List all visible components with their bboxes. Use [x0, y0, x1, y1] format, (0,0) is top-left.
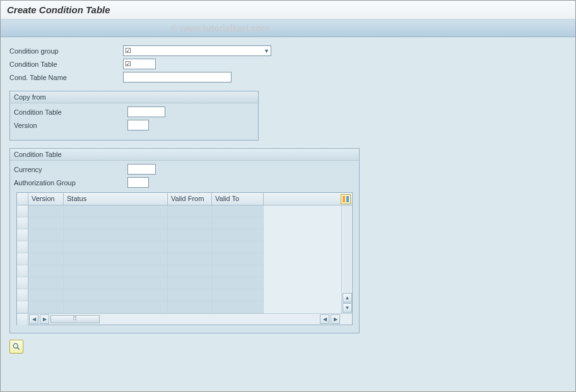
- grid-configure-button[interactable]: [341, 194, 351, 204]
- row-selector[interactable]: [17, 289, 28, 301]
- copyfrom-version-row: Version: [14, 119, 254, 131]
- copyfrom-version-input[interactable]: [127, 120, 149, 130]
- cell-valid-to[interactable]: [212, 277, 264, 289]
- column-header-valid-to[interactable]: Valid To: [212, 193, 264, 205]
- copyfrom-condition-table-row: Condition Table: [14, 106, 254, 118]
- cell-valid-from[interactable]: [168, 217, 212, 229]
- cell-valid-to[interactable]: [212, 217, 264, 229]
- cell-status[interactable]: [64, 217, 168, 229]
- scroll-left-button[interactable]: ◀: [29, 314, 38, 324]
- scroll-down-button[interactable]: ▼: [343, 303, 352, 313]
- cell-status[interactable]: [64, 277, 168, 289]
- cell-valid-from[interactable]: [168, 241, 212, 253]
- row-selector[interactable]: [17, 217, 28, 229]
- cell-valid-to[interactable]: [212, 229, 264, 241]
- hscroll-corner: [17, 314, 28, 325]
- scroll-left-step-button[interactable]: ▶: [40, 314, 49, 324]
- svg-line-1: [17, 347, 20, 350]
- grid-header-row: Version Status Valid From Valid To: [17, 193, 352, 205]
- cell-valid-from[interactable]: [168, 205, 212, 217]
- cell-version[interactable]: [28, 289, 64, 301]
- svg-point-0: [13, 343, 18, 348]
- cell-valid-from[interactable]: [168, 277, 212, 289]
- dropdown-arrow-icon: ▼: [264, 48, 269, 54]
- cell-status[interactable]: [64, 289, 168, 301]
- hscroll-thumb[interactable]: [50, 315, 100, 323]
- cell-valid-from[interactable]: [168, 253, 212, 265]
- cell-valid-to[interactable]: [212, 289, 264, 301]
- cell-status[interactable]: [64, 265, 168, 277]
- row-selector[interactable]: [17, 265, 28, 277]
- currency-label: Currency: [14, 166, 127, 173]
- cell-status[interactable]: [64, 301, 168, 313]
- cell-version[interactable]: [28, 241, 64, 253]
- row-selector[interactable]: [17, 229, 28, 241]
- auth-group-row: Authorization Group: [14, 176, 355, 188]
- field-row-condition-table: Condition Table ☑: [9, 58, 567, 70]
- copyfrom-version-label: Version: [14, 122, 127, 129]
- cell-valid-from[interactable]: [168, 265, 212, 277]
- column-header-status[interactable]: Status: [64, 193, 168, 205]
- row-selector[interactable]: [17, 253, 28, 265]
- cell-version[interactable]: [28, 205, 64, 217]
- cell-valid-from[interactable]: [168, 229, 212, 241]
- cell-version[interactable]: [28, 217, 64, 229]
- vertical-scrollbar[interactable]: ▲ ▼: [341, 205, 352, 313]
- scroll-right-button[interactable]: ▶: [331, 314, 340, 324]
- column-header-valid-from[interactable]: Valid From: [168, 193, 212, 205]
- cell-version[interactable]: [28, 229, 64, 241]
- row-selector[interactable]: [17, 241, 28, 253]
- cell-valid-to[interactable]: [212, 205, 264, 217]
- table-row: [17, 253, 264, 265]
- bottom-toolbar: [9, 340, 567, 354]
- condition-table-input[interactable]: ☑: [123, 59, 156, 69]
- condition-table-group: Condition Table Currency Authorization G…: [9, 148, 360, 333]
- table-row: [17, 301, 264, 313]
- cell-valid-to[interactable]: [212, 241, 264, 253]
- cell-version[interactable]: [28, 253, 64, 265]
- watermark-text: © www.tutorialkart.com: [171, 23, 269, 33]
- cell-status[interactable]: [64, 241, 168, 253]
- cell-status[interactable]: [64, 205, 168, 217]
- condition-table-group-title: Condition Table: [10, 149, 359, 161]
- row-selector[interactable]: [17, 205, 28, 217]
- column-header-version[interactable]: Version: [28, 193, 64, 205]
- magnifier-icon: [12, 342, 21, 351]
- cell-valid-from[interactable]: [168, 289, 212, 301]
- auth-group-input[interactable]: [127, 177, 149, 188]
- row-selector[interactable]: [17, 301, 28, 313]
- alv-grid: Version Status Valid From Valid To: [16, 192, 353, 325]
- cell-status[interactable]: [64, 229, 168, 241]
- cell-valid-to[interactable]: [212, 301, 264, 313]
- cell-valid-to[interactable]: [212, 253, 264, 265]
- copyfrom-condition-table-label: Condition Table: [14, 108, 127, 116]
- table-row: [17, 289, 264, 301]
- cond-table-name-input[interactable]: [123, 72, 232, 83]
- condition-group-dropdown[interactable]: ☑ ▼: [123, 45, 271, 56]
- copy-from-group: Copy from Condition Table Version: [9, 91, 259, 141]
- table-row: [17, 241, 264, 253]
- cell-version[interactable]: [28, 301, 64, 313]
- row-selector[interactable]: [17, 277, 28, 289]
- cell-status[interactable]: [64, 253, 168, 265]
- table-row: [17, 229, 264, 241]
- scroll-right-step-button[interactable]: ◀: [320, 314, 329, 324]
- cell-valid-from[interactable]: [168, 301, 212, 313]
- cell-version[interactable]: [28, 277, 64, 289]
- title-bar: Create Condition Table: [1, 1, 575, 20]
- grid-select-all[interactable]: [17, 193, 28, 205]
- field-row-cond-table-name: Cond. Table Name: [9, 71, 567, 83]
- cell-version[interactable]: [28, 265, 64, 277]
- table-row: [17, 217, 264, 229]
- currency-input[interactable]: [127, 164, 156, 175]
- grid-rows: [17, 205, 264, 313]
- condition-table-label: Condition Table: [9, 61, 123, 68]
- grid-body: ▲ ▼: [17, 205, 352, 313]
- horizontal-scrollbar: ◀ ▶ ◀ ▶: [17, 313, 352, 325]
- required-check-icon: ☑: [125, 60, 131, 68]
- page-title: Create Condition Table: [7, 4, 569, 15]
- cell-valid-to[interactable]: [212, 265, 264, 277]
- detail-view-button[interactable]: [9, 340, 23, 354]
- scroll-up-button[interactable]: ▲: [343, 293, 352, 303]
- copyfrom-condition-table-input[interactable]: [127, 107, 165, 117]
